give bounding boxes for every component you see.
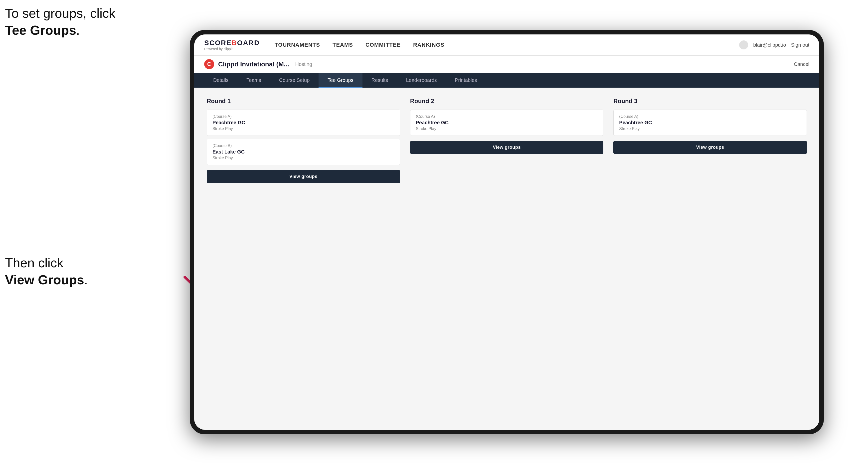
tab-tee-groups[interactable]: Tee Groups: [318, 73, 362, 88]
round-2-course-a-name: Peachtree GC: [416, 120, 598, 126]
logo-sub: Powered by clippit: [204, 47, 260, 51]
user-avatar: [739, 40, 748, 50]
main-content: Round 1 (Course A) Peachtree GC Stroke P…: [194, 88, 819, 430]
round-3-column: Round 3 (Course A) Peachtree GC Stroke P…: [613, 98, 807, 183]
round-3-course-a-name: Peachtree GC: [619, 120, 801, 126]
round-2-course-a-format: Stroke Play: [416, 127, 598, 131]
instruction-bottom-period: .: [84, 273, 88, 287]
tournament-hosting: Hosting: [295, 61, 312, 67]
round-1-course-a-name: Peachtree GC: [212, 120, 395, 126]
round-3-view-groups-button[interactable]: View groups: [613, 141, 807, 154]
logo-area: SCOREBOARD Powered by clippit: [204, 39, 260, 51]
nav-right: blair@clippd.io Sign out: [739, 40, 809, 50]
tournament-name: Clippd Invitational (M...: [218, 60, 289, 68]
tab-bar: Details Teams Course Setup Tee Groups Re…: [194, 73, 819, 88]
round-1-course-a-card: (Course A) Peachtree GC Stroke Play: [207, 110, 400, 136]
round-3-course-a-label: (Course A): [619, 114, 801, 119]
round-1-course-a-format: Stroke Play: [212, 127, 395, 131]
round-1-column: Round 1 (Course A) Peachtree GC Stroke P…: [207, 98, 400, 183]
round-1-course-b-card: (Course B) East Lake GC Stroke Play: [207, 139, 400, 165]
instruction-bottom-bold: View Groups: [5, 273, 84, 287]
tablet-device: SCOREBOARD Powered by clippit TOURNAMENT…: [190, 30, 824, 434]
round-2-course-a-card: (Course A) Peachtree GC Stroke Play: [410, 110, 603, 136]
round-1-title: Round 1: [207, 98, 400, 104]
instruction-top-period: .: [76, 23, 80, 37]
tournament-title-area: C Clippd Invitational (M... Hosting: [204, 59, 312, 69]
round-3-course-a-card: (Course A) Peachtree GC Stroke Play: [613, 110, 807, 136]
round-2-course-a-label: (Course A): [416, 114, 598, 119]
round-3-course-a-format: Stroke Play: [619, 127, 801, 131]
tab-details[interactable]: Details: [204, 73, 238, 88]
nav-committee[interactable]: COMMITTEE: [366, 40, 401, 50]
tab-results[interactable]: Results: [363, 73, 397, 88]
round-1-course-b-format: Stroke Play: [212, 156, 395, 160]
round-1-view-groups-button[interactable]: View groups: [207, 170, 400, 183]
round-3-title: Round 3: [613, 98, 807, 104]
top-nav: SCOREBOARD Powered by clippit TOURNAMENT…: [194, 34, 819, 56]
round-1-course-b-name: East Lake GC: [212, 149, 395, 155]
rounds-container: Round 1 (Course A) Peachtree GC Stroke P…: [207, 98, 807, 183]
round-1-course-a-label: (Course A): [212, 114, 395, 119]
tab-teams[interactable]: Teams: [238, 73, 270, 88]
nav-tournaments[interactable]: TOURNAMENTS: [275, 40, 320, 50]
user-email: blair@clippd.io: [753, 42, 786, 48]
nav-teams[interactable]: TEAMS: [333, 40, 353, 50]
tab-leaderboards[interactable]: Leaderboards: [397, 73, 445, 88]
nav-rankings[interactable]: RANKINGS: [413, 40, 444, 50]
round-2-view-groups-button[interactable]: View groups: [410, 141, 603, 154]
instruction-top-line1: To set groups, click: [5, 6, 115, 21]
round-2-column: Round 2 (Course A) Peachtree GC Stroke P…: [410, 98, 603, 183]
nav-links: TOURNAMENTS TEAMS COMMITTEE RANKINGS: [275, 40, 724, 50]
instruction-top: To set groups, click Tee Groups.: [5, 5, 115, 39]
tab-printables[interactable]: Printables: [446, 73, 486, 88]
logo-text: SCOREBOARD: [204, 39, 260, 47]
tablet-screen: SCOREBOARD Powered by clippit TOURNAMENT…: [194, 34, 819, 430]
round-2-title: Round 2: [410, 98, 603, 104]
tournament-icon: C: [204, 59, 214, 69]
sign-out-link[interactable]: Sign out: [791, 42, 809, 48]
instruction-top-bold: Tee Groups: [5, 23, 76, 37]
tab-course-setup[interactable]: Course Setup: [270, 73, 318, 88]
round-1-course-b-label: (Course B): [212, 144, 395, 148]
instruction-bottom: Then click View Groups.: [5, 255, 88, 288]
cancel-button[interactable]: Cancel: [794, 61, 809, 67]
instruction-bottom-line1: Then click: [5, 256, 63, 270]
tournament-header: C Clippd Invitational (M... Hosting Canc…: [194, 56, 819, 73]
